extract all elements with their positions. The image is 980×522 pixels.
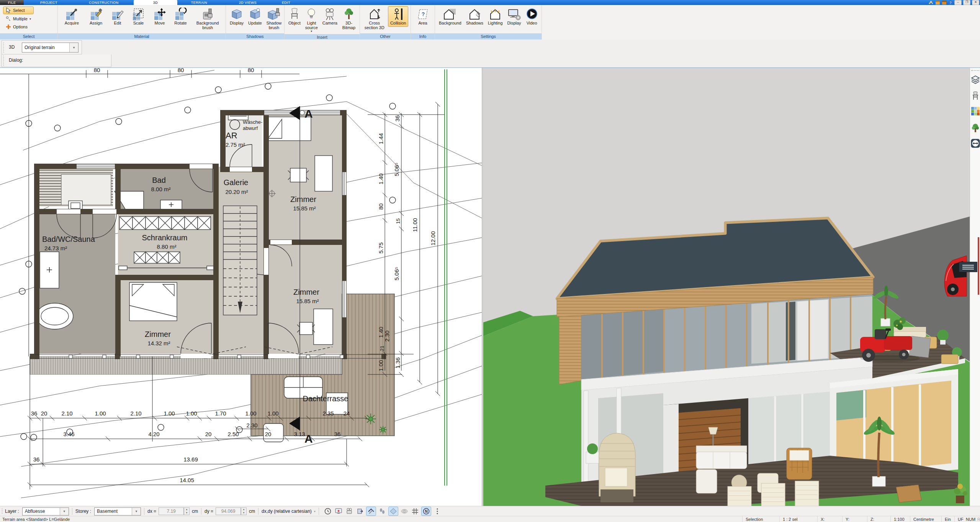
- svg-text:36: 36: [33, 456, 40, 463]
- select-button[interactable]: Select: [3, 7, 34, 14]
- floor-plan: Wäsche- abwurf A A: [0, 68, 482, 506]
- svg-text:2.10: 2.10: [61, 410, 72, 417]
- shadow-display-button[interactable]: Display: [228, 6, 245, 27]
- area-button[interactable]: ? Area: [413, 6, 432, 27]
- flag-rf: RF: [974, 516, 980, 522]
- move-button[interactable]: Move: [150, 6, 169, 27]
- background-brush-button[interactable]: Background brush: [192, 6, 223, 31]
- close-button[interactable]: ✕: [972, 0, 979, 5]
- help-icon[interactable]: ?: [948, 0, 953, 5]
- svg-text:Schrankraum: Schrankraum: [142, 233, 188, 242]
- more-kebab-icon[interactable]: [433, 507, 442, 515]
- brush-icon: [90, 7, 103, 21]
- coordinate-mode[interactable]: dx,dy (relative cartesian): [262, 509, 312, 514]
- grass-catcher: [909, 336, 931, 358]
- rotate-button[interactable]: Rotate: [171, 6, 190, 27]
- plants-icon[interactable]: [970, 123, 980, 133]
- tab-file[interactable]: FILE: [0, 0, 24, 5]
- dialog-grip[interactable]: [3, 55, 4, 66]
- video-play-icon: [526, 7, 538, 21]
- archive-icon[interactable]: [942, 0, 947, 5]
- bitmap-3d-button[interactable]: 3D-Bitmap: [340, 6, 357, 31]
- view-mode-label: 3D: [9, 44, 15, 50]
- bg-settings-button[interactable]: Background: [437, 6, 463, 27]
- monitor-gear-icon: [507, 7, 521, 21]
- cross-section-button[interactable]: Cross section 3D: [362, 6, 386, 31]
- cube-refresh-icon: [249, 7, 261, 21]
- shadow-brush-button[interactable]: Shadow brush: [265, 6, 283, 31]
- wardrobe-row: [119, 217, 211, 230]
- time-icon[interactable]: [323, 507, 332, 515]
- layer-dropdown[interactable]: Abfluesse ▾: [22, 507, 69, 515]
- dx-input[interactable]: 7.19: [159, 507, 184, 515]
- furniture-icon[interactable]: [970, 91, 980, 101]
- terrain-dropdown[interactable]: Original terrain ▾: [22, 43, 79, 53]
- tools-icon[interactable]: [928, 0, 934, 5]
- assign-button[interactable]: Assign: [85, 6, 107, 27]
- object-button[interactable]: Object: [287, 6, 302, 27]
- svg-text:1.00: 1.00: [378, 360, 384, 371]
- sidebar-grip[interactable]: [971, 70, 979, 71]
- display-settings-button[interactable]: Display: [506, 6, 523, 27]
- layer-label: Layer :: [5, 509, 19, 514]
- svg-text:15: 15: [395, 218, 401, 224]
- render-preview-icon[interactable]: ★: [334, 507, 343, 515]
- restore-button[interactable]: ❐: [963, 0, 970, 5]
- camera-button[interactable]: Camera: [321, 6, 339, 27]
- bottombar-grip[interactable]: [2, 508, 3, 514]
- chevron-down-icon[interactable]: ▾: [314, 510, 316, 513]
- light-source-button[interactable]: Light source▾: [304, 6, 319, 34]
- record-camera-icon[interactable]: [345, 507, 354, 515]
- tab-terrain[interactable]: TERRAIN: [177, 0, 221, 5]
- plan-2d-view[interactable]: Wäsche- abwurf A A: [0, 68, 482, 506]
- shadow-update-button[interactable]: Update: [247, 6, 263, 27]
- tab-2d-views[interactable]: 2D VIEWS: [221, 0, 275, 5]
- chevron-down-icon[interactable]: ▾: [132, 508, 141, 515]
- grid-icon[interactable]: [411, 507, 420, 515]
- layers-icon[interactable]: [970, 75, 980, 85]
- ribbon: Select Multiple▾ Options Select: [0, 5, 980, 40]
- roof-edit-icon[interactable]: [366, 507, 376, 516]
- contour-rings-icon[interactable]: [400, 507, 409, 515]
- package-icon[interactable]: [935, 0, 940, 5]
- dx-spinner[interactable]: ▲▼: [184, 507, 190, 515]
- shadow-settings-button[interactable]: Shadows: [465, 6, 485, 27]
- house-shadow-icon: [468, 7, 481, 21]
- svg-text:8.80 m²: 8.80 m²: [157, 243, 177, 250]
- dy-input[interactable]: 94.069: [216, 507, 241, 515]
- north-icon[interactable]: N: [421, 507, 431, 516]
- flyout-menu-tab[interactable]: [959, 262, 977, 272]
- svg-text:20: 20: [41, 410, 47, 417]
- tab-3d[interactable]: 3D: [134, 0, 177, 5]
- chevron-down-icon[interactable]: ▾: [60, 508, 69, 515]
- render-3d-view[interactable]: [483, 68, 970, 506]
- svg-text:2.35: 2.35: [322, 410, 334, 417]
- export-icon[interactable]: [355, 507, 365, 515]
- tab-edit[interactable]: EDIT: [275, 0, 298, 5]
- multiple-button[interactable]: Multiple▾: [3, 15, 34, 22]
- edit-material-button[interactable]: Edit: [108, 6, 127, 27]
- unit-indicator[interactable]: Centimetre: [910, 516, 944, 522]
- tab-construction[interactable]: CONSTRUCTION: [74, 0, 134, 5]
- options-button[interactable]: Options: [3, 23, 34, 30]
- scale-button[interactable]: Scale: [128, 6, 149, 27]
- video-button[interactable]: Video: [524, 6, 540, 27]
- storey-dropdown[interactable]: Basement ▾: [94, 507, 141, 515]
- chevron-down-icon[interactable]: ▾: [69, 43, 78, 52]
- group-label-settings: Settings: [435, 33, 542, 39]
- teamviewer-icon[interactable]: [970, 138, 980, 148]
- collision-button[interactable]: Collision: [388, 6, 408, 27]
- materials-icon[interactable]: [970, 106, 980, 116]
- minimize-button[interactable]: –: [954, 0, 962, 5]
- scale-indicator[interactable]: 1:100: [890, 516, 912, 522]
- tab-project[interactable]: PROJECT: [24, 0, 74, 5]
- tile-icon[interactable]: [388, 507, 398, 516]
- toolbar-grip[interactable]: [3, 42, 4, 53]
- dy-spinner[interactable]: ▲▼: [241, 507, 247, 515]
- acquire-button[interactable]: Acquire: [60, 6, 83, 27]
- svg-text:1.00: 1.00: [267, 410, 278, 417]
- svg-text:1.40: 1.40: [378, 173, 384, 184]
- lighting-settings-button[interactable]: Lighting: [486, 6, 504, 27]
- footprints-icon[interactable]: [378, 507, 387, 515]
- svg-text:13.69: 13.69: [183, 456, 198, 463]
